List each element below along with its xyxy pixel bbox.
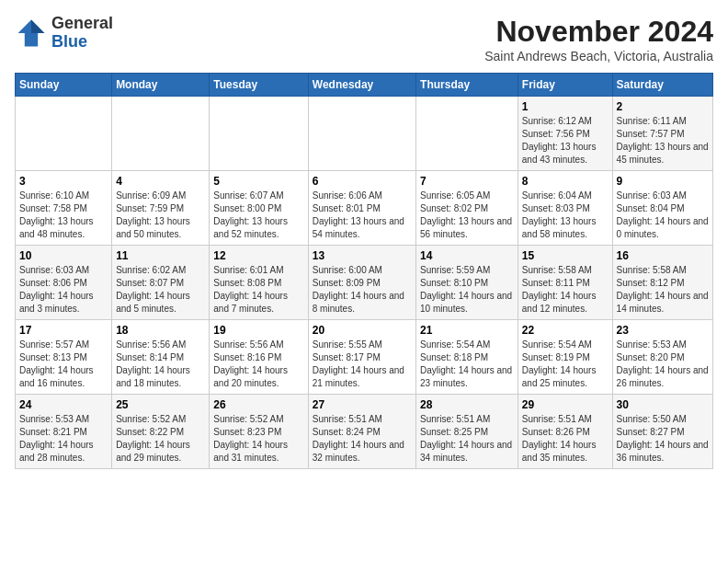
week-row-0: 1Sunrise: 6:12 AM Sunset: 7:56 PM Daylig… [16, 97, 713, 171]
day-info: Sunrise: 5:54 AM Sunset: 8:18 PM Dayligh… [420, 339, 514, 390]
day-info: Sunrise: 5:55 AM Sunset: 8:17 PM Dayligh… [313, 339, 412, 390]
day-number: 12 [213, 249, 303, 262]
calendar-cell [16, 97, 112, 171]
calendar-cell: 16Sunrise: 5:58 AM Sunset: 8:12 PM Dayli… [612, 246, 712, 320]
calendar-cell: 26Sunrise: 5:52 AM Sunset: 8:23 PM Dayli… [210, 395, 308, 469]
calendar-cell: 28Sunrise: 5:51 AM Sunset: 8:25 PM Dayli… [416, 395, 518, 469]
calendar-cell: 17Sunrise: 5:57 AM Sunset: 8:13 PM Dayli… [16, 320, 112, 395]
svg-marker-1 [31, 19, 44, 32]
calendar-cell: 9Sunrise: 6:03 AM Sunset: 8:04 PM Daylig… [612, 171, 712, 246]
calendar-cell: 13Sunrise: 6:00 AM Sunset: 8:09 PM Dayli… [308, 246, 415, 320]
calendar-table: SundayMondayTuesdayWednesdayThursdayFrid… [15, 73, 713, 469]
weekday-header-sunday: Sunday [16, 74, 112, 97]
day-number: 15 [522, 249, 609, 262]
day-info: Sunrise: 6:03 AM Sunset: 8:06 PM Dayligh… [19, 264, 108, 316]
calendar-cell: 29Sunrise: 5:51 AM Sunset: 8:26 PM Dayli… [518, 395, 612, 469]
day-info: Sunrise: 6:06 AM Sunset: 8:01 PM Dayligh… [313, 190, 412, 241]
calendar-cell: 30Sunrise: 5:50 AM Sunset: 8:27 PM Dayli… [612, 395, 712, 469]
day-info: Sunrise: 6:00 AM Sunset: 8:09 PM Dayligh… [313, 264, 412, 316]
week-row-4: 24Sunrise: 5:53 AM Sunset: 8:21 PM Dayli… [16, 395, 713, 469]
day-info: Sunrise: 6:04 AM Sunset: 8:03 PM Dayligh… [522, 190, 609, 241]
calendar-cell: 25Sunrise: 5:52 AM Sunset: 8:22 PM Dayli… [112, 395, 210, 469]
day-info: Sunrise: 6:10 AM Sunset: 7:58 PM Dayligh… [19, 190, 108, 241]
day-number: 17 [19, 324, 108, 337]
calendar-cell: 2Sunrise: 6:11 AM Sunset: 7:57 PM Daylig… [612, 97, 712, 171]
calendar-cell: 8Sunrise: 6:04 AM Sunset: 8:03 PM Daylig… [518, 171, 612, 246]
day-info: Sunrise: 5:59 AM Sunset: 8:10 PM Dayligh… [420, 264, 514, 316]
weekday-header-thursday: Thursday [416, 74, 518, 97]
day-number: 6 [313, 175, 412, 188]
day-info: Sunrise: 5:57 AM Sunset: 8:13 PM Dayligh… [19, 339, 108, 390]
day-info: Sunrise: 5:52 AM Sunset: 8:22 PM Dayligh… [116, 413, 205, 465]
day-number: 5 [213, 175, 303, 188]
page-header: General Blue November 2024 Saint Andrews… [15, 15, 713, 63]
day-info: Sunrise: 5:51 AM Sunset: 8:25 PM Dayligh… [420, 413, 514, 465]
week-row-2: 10Sunrise: 6:03 AM Sunset: 8:06 PM Dayli… [16, 246, 713, 320]
day-info: Sunrise: 6:03 AM Sunset: 8:04 PM Dayligh… [617, 190, 709, 241]
calendar-cell: 22Sunrise: 5:54 AM Sunset: 8:19 PM Dayli… [518, 320, 612, 395]
calendar-cell [112, 97, 210, 171]
day-info: Sunrise: 6:12 AM Sunset: 7:56 PM Dayligh… [522, 115, 609, 167]
day-info: Sunrise: 5:58 AM Sunset: 8:12 PM Dayligh… [617, 264, 709, 316]
calendar-cell: 1Sunrise: 6:12 AM Sunset: 7:56 PM Daylig… [518, 97, 612, 171]
weekday-header-friday: Friday [518, 74, 612, 97]
day-number: 23 [617, 324, 709, 337]
day-info: Sunrise: 6:01 AM Sunset: 8:08 PM Dayligh… [213, 264, 303, 316]
day-number: 27 [313, 398, 412, 411]
day-number: 16 [617, 249, 709, 262]
day-number: 22 [522, 324, 609, 337]
day-number: 13 [313, 249, 412, 262]
calendar-cell: 15Sunrise: 5:58 AM Sunset: 8:11 PM Dayli… [518, 246, 612, 320]
day-number: 30 [617, 398, 709, 411]
location: Saint Andrews Beach, Victoria, Australia [484, 49, 713, 63]
day-number: 25 [116, 398, 205, 411]
day-info: Sunrise: 6:09 AM Sunset: 7:59 PM Dayligh… [116, 190, 205, 241]
day-number: 26 [213, 398, 303, 411]
calendar-cell [210, 97, 308, 171]
day-info: Sunrise: 6:11 AM Sunset: 7:57 PM Dayligh… [617, 115, 709, 167]
calendar-cell: 11Sunrise: 6:02 AM Sunset: 8:07 PM Dayli… [112, 246, 210, 320]
day-number: 7 [420, 175, 514, 188]
day-number: 21 [420, 324, 514, 337]
day-info: Sunrise: 6:07 AM Sunset: 8:00 PM Dayligh… [213, 190, 303, 241]
logo-blue: Blue [51, 32, 87, 51]
day-number: 2 [617, 100, 709, 113]
day-info: Sunrise: 5:53 AM Sunset: 8:21 PM Dayligh… [19, 413, 108, 465]
calendar-cell: 18Sunrise: 5:56 AM Sunset: 8:14 PM Dayli… [112, 320, 210, 395]
day-number: 10 [19, 249, 108, 262]
day-number: 28 [420, 398, 514, 411]
weekday-header-row: SundayMondayTuesdayWednesdayThursdayFrid… [16, 74, 713, 97]
logo-icon [15, 17, 48, 50]
day-info: Sunrise: 6:05 AM Sunset: 8:02 PM Dayligh… [420, 190, 514, 241]
day-number: 24 [19, 398, 108, 411]
calendar-cell: 5Sunrise: 6:07 AM Sunset: 8:00 PM Daylig… [210, 171, 308, 246]
day-number: 9 [617, 175, 709, 188]
weekday-header-wednesday: Wednesday [308, 74, 415, 97]
day-number: 4 [116, 175, 205, 188]
month-title: November 2024 [484, 15, 713, 49]
calendar-cell: 7Sunrise: 6:05 AM Sunset: 8:02 PM Daylig… [416, 171, 518, 246]
calendar-cell [308, 97, 415, 171]
day-info: Sunrise: 5:58 AM Sunset: 8:11 PM Dayligh… [522, 264, 609, 316]
day-info: Sunrise: 5:53 AM Sunset: 8:20 PM Dayligh… [617, 339, 709, 390]
calendar-cell: 6Sunrise: 6:06 AM Sunset: 8:01 PM Daylig… [308, 171, 415, 246]
calendar-cell: 14Sunrise: 5:59 AM Sunset: 8:10 PM Dayli… [416, 246, 518, 320]
day-info: Sunrise: 5:54 AM Sunset: 8:19 PM Dayligh… [522, 339, 609, 390]
calendar-cell: 19Sunrise: 5:56 AM Sunset: 8:16 PM Dayli… [210, 320, 308, 395]
day-info: Sunrise: 5:56 AM Sunset: 8:16 PM Dayligh… [213, 339, 303, 390]
day-number: 29 [522, 398, 609, 411]
day-number: 3 [19, 175, 108, 188]
weekday-header-monday: Monday [112, 74, 210, 97]
weekday-header-saturday: Saturday [612, 74, 712, 97]
day-info: Sunrise: 5:50 AM Sunset: 8:27 PM Dayligh… [617, 413, 709, 465]
day-number: 18 [116, 324, 205, 337]
calendar-cell: 4Sunrise: 6:09 AM Sunset: 7:59 PM Daylig… [112, 171, 210, 246]
day-number: 19 [213, 324, 303, 337]
week-row-1: 3Sunrise: 6:10 AM Sunset: 7:58 PM Daylig… [16, 171, 713, 246]
calendar-cell: 12Sunrise: 6:01 AM Sunset: 8:08 PM Dayli… [210, 246, 308, 320]
day-info: Sunrise: 5:51 AM Sunset: 8:24 PM Dayligh… [313, 413, 412, 465]
calendar-cell: 10Sunrise: 6:03 AM Sunset: 8:06 PM Dayli… [16, 246, 112, 320]
day-info: Sunrise: 5:51 AM Sunset: 8:26 PM Dayligh… [522, 413, 609, 465]
calendar-cell: 21Sunrise: 5:54 AM Sunset: 8:18 PM Dayli… [416, 320, 518, 395]
logo: General Blue [15, 15, 113, 52]
